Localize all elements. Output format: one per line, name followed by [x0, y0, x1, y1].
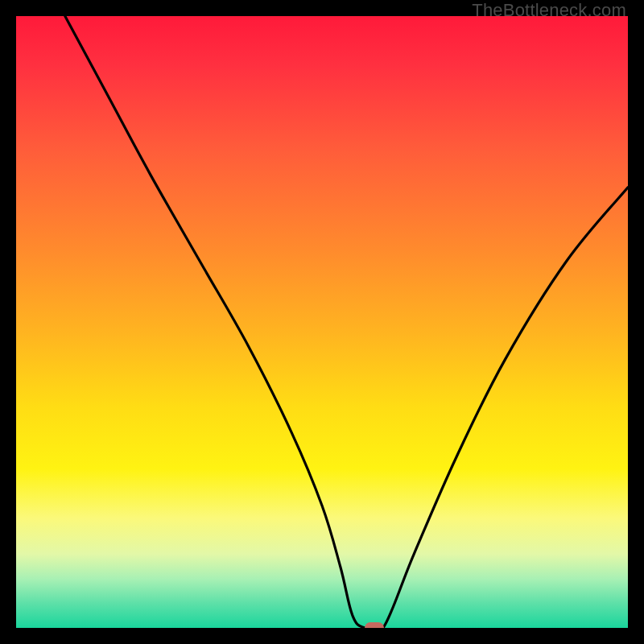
bottleneck-curve	[16, 16, 628, 628]
watermark-text: TheBottleneck.com	[472, 0, 626, 21]
chart-frame: TheBottleneck.com	[0, 0, 644, 644]
optimal-point-marker	[365, 622, 384, 628]
plot-area	[16, 16, 628, 628]
